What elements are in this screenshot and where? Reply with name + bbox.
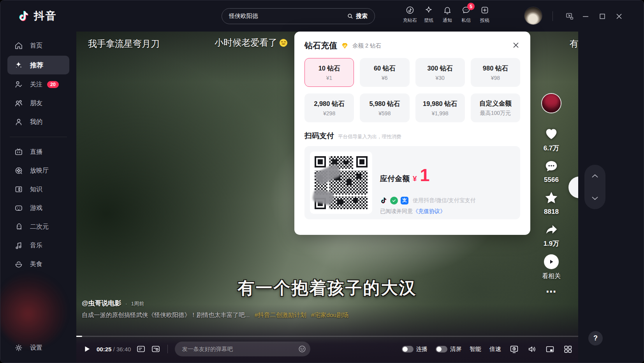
video-scroller xyxy=(584,165,605,209)
douyin-coin-icon xyxy=(405,5,415,15)
sidebar-item-recommend[interactable]: 推荐 xyxy=(7,56,69,74)
payment-qr-code xyxy=(310,152,372,214)
home-icon xyxy=(14,41,24,51)
autoplay-toggle[interactable]: 连播 xyxy=(402,345,428,353)
heart-icon xyxy=(543,126,560,141)
top-bar: 抖音 搜索 充钻石 壁纸 通知 私信 xyxy=(0,0,644,32)
engagement-rail: 6.7万 5566 8818 1.9万 xyxy=(537,94,566,298)
sidebar-item-music[interactable]: 音乐 xyxy=(0,236,76,255)
like-count: 6.7万 xyxy=(544,144,560,153)
search-input[interactable] xyxy=(222,13,344,19)
search-bar[interactable]: 搜索 xyxy=(222,8,375,24)
comment-icon xyxy=(544,159,559,174)
sidebar-item-home[interactable]: 首页 xyxy=(0,36,76,55)
close-window-button[interactable] xyxy=(613,11,625,22)
danmaku-toggle-icon[interactable] xyxy=(136,344,146,354)
notifications-button[interactable]: 通知 xyxy=(438,5,457,24)
minimize-button[interactable] xyxy=(580,11,591,22)
watch-related-button[interactable] xyxy=(544,254,559,269)
sidebar-item-games[interactable]: 游戏 xyxy=(0,199,76,217)
option-980-diamonds[interactable]: 980 钻石 ¥98 xyxy=(471,58,520,87)
user-check-icon xyxy=(14,79,24,90)
danmaku-comment: 我手拿流星弯月刀 xyxy=(88,38,160,50)
sparkle-icon xyxy=(14,60,24,70)
gamepad-icon xyxy=(14,203,24,213)
watch-related-label[interactable]: 看相关 xyxy=(542,272,561,280)
messages-button[interactable]: 私信 5 xyxy=(457,5,475,24)
play-pause-button[interactable] xyxy=(83,345,91,353)
currency-symbol: ¥ xyxy=(413,174,417,183)
scan-pay-notice: 平台倡导量入为出，理性消费 xyxy=(338,134,401,140)
right-rail: ? xyxy=(578,32,644,363)
recharge-diamonds-button[interactable]: 充钻石 xyxy=(401,5,419,24)
timer-icon[interactable] xyxy=(509,344,519,354)
option-10-diamonds[interactable]: 10 钻石 ¥1 xyxy=(304,58,354,87)
sidebar-item-live[interactable]: 直播 xyxy=(0,143,76,161)
logo-text: 抖音 xyxy=(34,9,57,23)
danmaku-settings-icon[interactable] xyxy=(151,344,160,354)
close-icon xyxy=(512,41,520,49)
mini-window-button[interactable] xyxy=(564,11,575,22)
autoplay-switch[interactable] xyxy=(402,346,413,352)
option-19980-diamonds[interactable]: 19,980 钻石 ¥1,998 xyxy=(415,93,465,122)
upload-button[interactable]: 投稿 xyxy=(475,5,494,24)
star-icon xyxy=(543,190,560,206)
laughing-emoji-icon xyxy=(279,38,288,48)
alipay-icon: 支 xyxy=(401,197,408,204)
share-button[interactable] xyxy=(543,222,560,237)
sidebar-item-food[interactable]: 美食 xyxy=(0,255,76,273)
favorite-button[interactable] xyxy=(543,190,560,206)
clear-screen-toggle[interactable]: 清屏 xyxy=(436,345,461,353)
maximize-button[interactable] xyxy=(596,11,608,22)
diamond-recharge-modal: 钻石充值 余额 2 钻石 10 钻石 ¥1 60 钻石 ¥6 300 钻石 ¥3… xyxy=(294,32,530,235)
sidebar-item-cinema[interactable]: 放映厅 xyxy=(0,161,76,180)
danmaku-input[interactable] xyxy=(176,346,298,352)
sidebar-item-profile[interactable]: 我的 xyxy=(0,113,76,131)
option-5980-diamonds[interactable]: 5,980 钻石 ¥598 xyxy=(360,93,409,122)
like-button[interactable] xyxy=(543,126,560,141)
emoji-icon[interactable] xyxy=(298,345,306,353)
live-tv-icon xyxy=(14,147,24,157)
more-button[interactable]: ⋯ xyxy=(546,286,557,298)
sidebar-item-following[interactable]: 关注 20 xyxy=(0,75,76,94)
douyin-logo[interactable]: 抖音 xyxy=(18,9,57,23)
option-60-diamonds[interactable]: 60 钻石 ¥6 xyxy=(360,58,409,87)
agreement-row: 已阅读并同意《充值协议》 xyxy=(380,208,476,215)
search-button[interactable]: 搜索 xyxy=(344,9,375,24)
payment-methods-row: 支 使用抖音/微信/支付宝支付 xyxy=(380,196,476,204)
user-icon xyxy=(14,117,24,127)
autoplay-label: 连播 xyxy=(416,345,428,353)
playback-speed-button[interactable]: 倍速 xyxy=(489,345,501,353)
option-300-diamonds[interactable]: 300 钻石 ¥30 xyxy=(415,58,465,87)
amount-due-value: 1 xyxy=(420,168,430,183)
sidebar-item-anime[interactable]: 二次元 xyxy=(0,217,76,236)
sidebar-item-friends[interactable]: 朋友 xyxy=(0,94,76,113)
progress-bar[interactable] xyxy=(76,336,578,337)
sidebar-item-knowledge[interactable]: 知识 xyxy=(0,180,76,199)
smart-mode-button[interactable]: 智能 xyxy=(470,345,481,353)
next-video-button[interactable] xyxy=(590,193,600,203)
sidebar-divider xyxy=(10,137,67,137)
close-modal-button[interactable] xyxy=(511,40,521,50)
previous-video-button[interactable] xyxy=(590,171,600,181)
danmaku-comment: 小时候老爱看了 xyxy=(215,37,288,49)
recharge-agreement-link[interactable]: 《充值协议》 xyxy=(413,208,445,214)
clear-screen-switch[interactable] xyxy=(436,346,447,352)
creator-avatar[interactable] xyxy=(542,94,561,113)
comment-button[interactable] xyxy=(544,159,559,174)
volume-icon[interactable] xyxy=(527,344,537,354)
help-button[interactable]: ? xyxy=(588,331,603,345)
option-2980-diamonds[interactable]: 2,980 钻石 ¥298 xyxy=(304,93,354,122)
following-badge: 20 xyxy=(47,81,59,88)
wallpaper-button[interactable]: 壁纸 xyxy=(419,5,438,24)
danmaku-input-box[interactable] xyxy=(175,342,310,356)
option-custom-amount[interactable]: 自定义金额 最高100万元 xyxy=(471,93,520,122)
fullscreen-grid-icon[interactable] xyxy=(563,344,573,354)
player-controls: 00:25 / 36:40 xyxy=(83,338,573,359)
modal-header: 钻石充值 余额 2 钻石 xyxy=(304,40,520,51)
sidebar-item-settings[interactable]: 设置 xyxy=(0,338,76,357)
user-avatar[interactable] xyxy=(524,7,542,25)
controls-divider xyxy=(167,345,168,353)
plus-square-icon xyxy=(480,5,489,15)
pip-icon[interactable] xyxy=(545,344,555,354)
